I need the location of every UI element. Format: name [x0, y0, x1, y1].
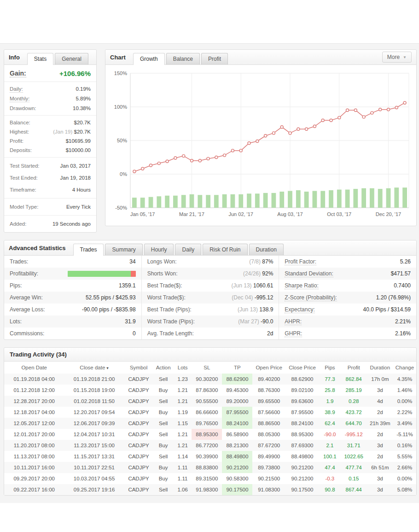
stats-tab-risk-of-ruin[interactable]: Risk Of Ruin	[203, 244, 247, 255]
column-header-sl[interactable]: SL	[192, 362, 222, 374]
stats-tab-summary[interactable]: Summary	[105, 244, 142, 255]
cell-sl: 90.39900	[192, 451, 222, 462]
column-header-close-date[interactable]: Close date▾	[64, 362, 124, 374]
cell-change: 0.00%	[393, 473, 416, 484]
cell-open: 11.20.2017 08:00	[4, 440, 64, 451]
stat-row-sharpe-ratio: Sharpe Ratio:0.7400	[279, 280, 416, 292]
chart-tab-growth[interactable]: Growth	[133, 53, 165, 65]
stat-label: Profit Factor:	[285, 258, 316, 265]
info-row-test-started: Test Started:Jan 03, 2017	[4, 160, 96, 172]
stat-label: Expectancy:	[285, 306, 314, 313]
cell-lots: 1.14	[174, 451, 192, 462]
cell-pips: 25.8	[319, 385, 340, 396]
column-header-lots[interactable]: Lots	[174, 362, 192, 374]
column-header-open-price[interactable]: Open Price	[252, 362, 285, 374]
cell-lots: 1.21	[174, 396, 192, 407]
activity-panel-header: Trading Activity (34)	[4, 348, 416, 362]
stat-row-avg-trade-length: Avg. Trade Length:2d	[142, 327, 279, 339]
chart-tab-balance[interactable]: Balance	[166, 53, 200, 64]
table-row: 09.22.2017 16:0009.25.2017 19:16CADJPYSe…	[4, 484, 416, 495]
stat-row-worst-trade-pips: Worst Trade (Pips):(Mar 27) -90.0	[142, 316, 279, 327]
cell-open: 12.05.2017 12:00	[4, 418, 64, 429]
cell-symbol: CADJPY	[124, 484, 153, 495]
stat-row-pips: Pips:1359.1	[4, 280, 141, 292]
cell-change: -5.11%	[393, 429, 416, 440]
table-row: 10.11.2017 16:0010.11.2017 22:51CADJPYBu…	[4, 462, 416, 473]
stat-label: Profitability:	[10, 270, 38, 277]
stats-tab-duration[interactable]: Duration	[249, 244, 284, 255]
stats-tabs: TradesSummaryHourlyDailyRisk Of RuinDura…	[73, 244, 284, 255]
stat-label: Commissions:	[10, 330, 44, 337]
cell-sl: 86.77200	[192, 440, 222, 451]
chart-tabs: GrowthBalanceProfit	[133, 53, 228, 64]
cell-duration: 2d	[367, 407, 393, 418]
more-button[interactable]: More ▼	[382, 52, 412, 63]
stat-label: Best Trade (Pips):	[147, 306, 192, 313]
stat-label: Pips:	[10, 282, 22, 289]
cell-tp: 88.62900	[222, 374, 252, 385]
stats-body: Trades:34Profitability:Pips:1359.1Averag…	[4, 256, 416, 339]
cell-lots: 1.11	[174, 462, 192, 473]
cell-close_price: 89.02100	[285, 385, 319, 396]
stats-panel-header: Advanced Statistics TradesSummaryHourlyD…	[4, 240, 416, 256]
stat-label: Sharpe Ratio:	[285, 282, 318, 289]
stat-value: (Dec 04) -995.12	[232, 294, 273, 301]
cell-change: 2.66%	[393, 462, 416, 473]
column-header-pips[interactable]: Pips	[319, 362, 340, 374]
stat-label: Longs Won:	[147, 258, 177, 265]
column-header-tp[interactable]: TP	[222, 362, 252, 374]
info-row-monthly: Monthly:5.89%	[4, 94, 96, 104]
cell-open_price: 89.73800	[252, 462, 285, 473]
svg-text:Dec 20, '17: Dec 20, '17	[376, 211, 401, 217]
cell-open_price: 87.67200	[252, 440, 285, 451]
info-row-deposits: Deposits:$10000.00	[4, 146, 96, 155]
cell-open_price: 88.76300	[252, 385, 285, 396]
stat-value: 0	[133, 330, 136, 337]
stats-panel-title: Advanced Statistics	[9, 245, 66, 251]
chart-tab-profit[interactable]: Profit	[201, 53, 228, 64]
trading-activity-panel: Trading Activity (34) Open DateClose dat…	[4, 347, 417, 496]
stats-tab-daily[interactable]: Daily	[175, 244, 201, 255]
cell-action: Sell	[153, 451, 174, 462]
column-header-action[interactable]: Action	[153, 362, 174, 374]
value-prefix: (Dec 04)	[232, 294, 254, 301]
cell-pips: 77.3	[319, 374, 340, 385]
column-header-open-date[interactable]: Open Date	[4, 362, 64, 374]
info-tab-general[interactable]: General	[55, 53, 88, 64]
cell-pips: 90.8	[319, 484, 340, 495]
column-header-duration[interactable]: Duration	[367, 362, 393, 374]
stat-label: Average Loss:	[10, 306, 45, 313]
info-tab-stats[interactable]: Stats	[27, 53, 53, 65]
info-group: Test Started:Jan 03, 2017Test Ended:Jan …	[4, 157, 96, 198]
cell-profit: 423.72	[341, 407, 367, 418]
info-row-value: 5.89%	[76, 95, 91, 102]
svg-text:Aug 03, '17: Aug 03, '17	[277, 211, 303, 217]
value-prefix: (Jan 19)	[53, 129, 74, 134]
value-prefix: (24/26)	[243, 270, 262, 277]
svg-text:Jan 05, '17: Jan 05, '17	[130, 211, 155, 217]
info-row-value: 0.19%	[76, 86, 91, 93]
column-header-profit[interactable]: Profit	[341, 362, 367, 374]
stat-value: 52.55 pips / $425.93	[86, 294, 136, 301]
svg-text:Oct 03, '17: Oct 03, '17	[327, 211, 351, 217]
value-prefix: (Mar 27)	[238, 318, 261, 325]
value-prefix: (Jun 13)	[238, 306, 259, 313]
cell-profit: -995.12	[341, 429, 367, 440]
cell-pips: -90.0	[319, 429, 340, 440]
stats-tab-hourly[interactable]: Hourly	[144, 244, 174, 255]
stats-tab-trades[interactable]: Trades	[73, 244, 104, 256]
cell-open: 01.12.2018 12:00	[4, 385, 64, 396]
cell-open_price: 88.05300	[252, 429, 285, 440]
cell-sl: 86.66600	[192, 407, 222, 418]
stat-row-worst-trade: Worst Trade($):(Dec 04) -995.12	[142, 292, 279, 304]
cell-sl: 91.98300	[192, 484, 222, 495]
cell-symbol: CADJPY	[124, 374, 153, 385]
column-header-close-price[interactable]: Close Price	[285, 362, 319, 374]
cell-profit: 0.15	[341, 473, 367, 484]
column-header-change[interactable]: Change	[393, 362, 416, 374]
svg-text:Mar 21, '17: Mar 21, '17	[179, 211, 204, 217]
cell-open: 12.18.2017 04:00	[4, 407, 64, 418]
activity-panel-title: Trading Activity (34)	[10, 351, 67, 358]
column-header-symbol[interactable]: Symbol	[124, 362, 153, 374]
table-row: 11.13.2017 08:0011.15.2017 13:31CADJPYSe…	[4, 451, 416, 462]
